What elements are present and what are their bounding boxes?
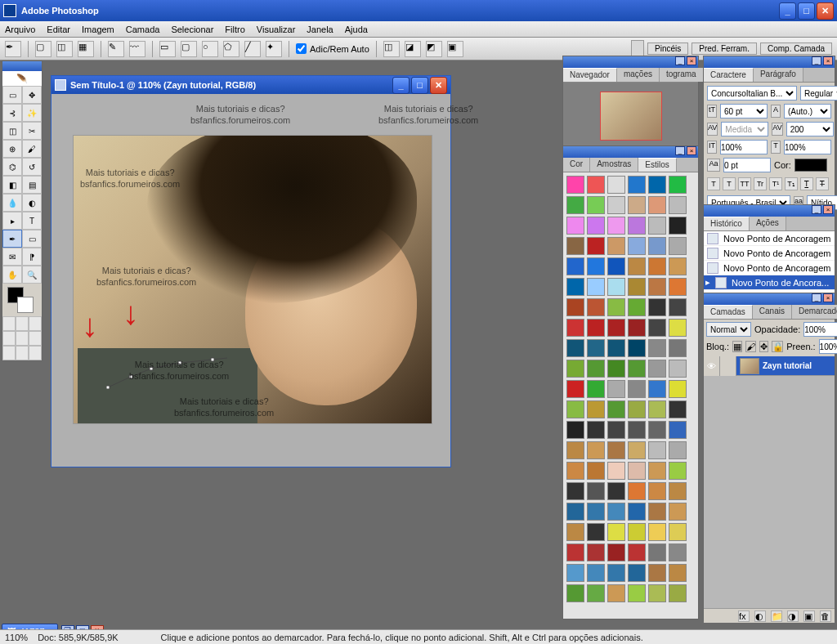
style-swatch[interactable] bbox=[648, 319, 666, 337]
style-swatch[interactable] bbox=[607, 441, 625, 459]
exclude-pathop-icon[interactable]: ▣ bbox=[447, 41, 463, 57]
leading-select[interactable]: (Auto.) bbox=[784, 104, 831, 119]
clone-stamp-tool[interactable]: ⌬ bbox=[2, 158, 22, 176]
style-swatch[interactable] bbox=[566, 503, 584, 521]
style-swatch[interactable] bbox=[648, 584, 666, 602]
style-swatch[interactable] bbox=[566, 217, 584, 235]
background-color[interactable] bbox=[17, 297, 34, 313]
style-swatch[interactable] bbox=[587, 298, 605, 316]
trash-icon[interactable]: 🗑 bbox=[820, 610, 831, 622]
style-swatch[interactable] bbox=[628, 196, 646, 214]
menu-camada[interactable]: Camada bbox=[126, 25, 160, 34]
lock-image-icon[interactable]: 🖌 bbox=[745, 341, 756, 352]
style-swatch[interactable] bbox=[669, 176, 687, 194]
screen-full-menu-icon[interactable] bbox=[16, 331, 29, 346]
fill-input[interactable] bbox=[819, 339, 837, 354]
style-swatch[interactable] bbox=[587, 176, 605, 194]
style-swatch[interactable] bbox=[566, 176, 584, 194]
tab-actions[interactable]: Ações bbox=[750, 217, 786, 230]
style-swatch[interactable] bbox=[628, 319, 646, 337]
style-swatch[interactable] bbox=[587, 380, 605, 398]
style-swatch[interactable] bbox=[587, 257, 605, 275]
history-brush-tool[interactable]: ↺ bbox=[22, 158, 42, 176]
pen-tool[interactable]: ✒ bbox=[2, 230, 22, 248]
new-set-icon[interactable]: 📁 bbox=[771, 610, 782, 622]
style-swatch[interactable] bbox=[628, 176, 646, 194]
subtract-pathop-icon[interactable]: ◪ bbox=[405, 41, 421, 57]
lock-all-icon[interactable]: 🔒 bbox=[772, 341, 783, 352]
close-button[interactable]: ✕ bbox=[817, 2, 834, 20]
style-swatch[interactable] bbox=[607, 564, 625, 582]
doc-minimize-button[interactable]: _ bbox=[392, 77, 410, 94]
style-swatch[interactable] bbox=[607, 503, 625, 521]
style-swatch[interactable] bbox=[566, 196, 584, 214]
tab-paths[interactable]: Demarcadores bbox=[792, 305, 837, 319]
style-swatch[interactable] bbox=[587, 441, 605, 459]
tab-history[interactable]: Histórico bbox=[704, 217, 750, 230]
font-style-select[interactable]: Regular bbox=[800, 86, 837, 101]
shape-tool[interactable]: ▭ bbox=[22, 230, 42, 248]
style-swatch[interactable] bbox=[587, 564, 605, 582]
style-swatch[interactable] bbox=[566, 237, 584, 255]
style-swatch[interactable] bbox=[587, 503, 605, 521]
style-swatch[interactable] bbox=[587, 278, 605, 296]
style-swatch[interactable] bbox=[566, 278, 584, 296]
style-swatch[interactable] bbox=[669, 421, 687, 439]
font-size-select[interactable]: 60 pt bbox=[720, 104, 768, 119]
style-swatch[interactable] bbox=[628, 257, 646, 275]
style-swatch[interactable] bbox=[648, 380, 666, 398]
style-swatch[interactable] bbox=[628, 564, 646, 582]
standard-mode-icon[interactable] bbox=[2, 316, 16, 331]
canvas[interactable]: Mais tutoriais e dicas?bsfanfics.forumei… bbox=[51, 94, 450, 467]
style-swatch[interactable] bbox=[669, 257, 687, 275]
blend-mode-select[interactable]: Normal bbox=[706, 322, 751, 337]
history-item[interactable]: Novo Ponto de Ancoragem bbox=[704, 231, 835, 246]
tab-styles[interactable]: Estilos bbox=[638, 158, 676, 172]
style-swatch[interactable] bbox=[648, 278, 666, 296]
opacity-input[interactable] bbox=[803, 322, 837, 337]
brush-tool[interactable]: 🖌 bbox=[22, 140, 42, 158]
palette-well-brushes[interactable]: Pincéis bbox=[647, 42, 688, 55]
lock-position-icon[interactable]: ✥ bbox=[759, 341, 768, 352]
blur-tool[interactable]: 💧 bbox=[2, 194, 22, 212]
style-swatch[interactable] bbox=[566, 462, 584, 480]
style-swatch[interactable] bbox=[669, 319, 687, 337]
line-icon[interactable]: ╱ bbox=[244, 41, 261, 57]
panel-close-icon[interactable]: × bbox=[823, 56, 833, 65]
style-swatch[interactable] bbox=[628, 482, 646, 500]
fill-pixels-icon[interactable]: ▦ bbox=[78, 41, 94, 57]
menu-selecionar[interactable]: Selecionar bbox=[171, 25, 213, 34]
font-family-select[interactable]: ConcursoItalian B... bbox=[707, 86, 797, 101]
gradient-tool[interactable]: ▤ bbox=[22, 176, 42, 194]
panel-close-icon[interactable]: × bbox=[823, 205, 833, 214]
layer-name[interactable]: Zayn tutorial bbox=[763, 361, 812, 370]
doc-close-button[interactable]: ✕ bbox=[430, 77, 447, 94]
type-tool[interactable]: T bbox=[22, 212, 42, 230]
quickmask-mode-icon[interactable] bbox=[16, 316, 29, 331]
tab-navigator[interactable]: Navegador bbox=[563, 68, 617, 82]
style-swatch[interactable] bbox=[648, 237, 666, 255]
history-item[interactable]: Novo Ponto de Ancoragem bbox=[704, 246, 835, 261]
hand-tool[interactable]: ✋ bbox=[2, 266, 22, 284]
style-swatch[interactable] bbox=[648, 217, 666, 235]
tracking-select[interactable]: 200 bbox=[786, 122, 834, 136]
style-swatch[interactable] bbox=[607, 217, 625, 235]
notes-tool[interactable]: ✉ bbox=[2, 248, 22, 266]
style-swatch[interactable] bbox=[607, 421, 625, 439]
magic-wand-tool[interactable]: ✨ bbox=[22, 104, 42, 122]
style-swatch[interactable] bbox=[628, 584, 646, 602]
add-pathop-icon[interactable]: ◫ bbox=[383, 41, 400, 57]
status-zoom[interactable]: 110% bbox=[5, 633, 28, 642]
toolbox-header[interactable] bbox=[2, 61, 42, 71]
style-swatch[interactable] bbox=[648, 503, 666, 521]
menu-editar[interactable]: Editar bbox=[47, 25, 70, 34]
auto-add-delete-checkbox[interactable]: Adic/Rem Auto bbox=[296, 43, 369, 54]
subscript-icon[interactable]: T₁ bbox=[785, 177, 798, 190]
style-swatch[interactable] bbox=[607, 339, 625, 357]
style-swatch[interactable] bbox=[566, 584, 584, 602]
custom-shape-icon[interactable]: ✦ bbox=[266, 41, 282, 57]
style-swatch[interactable] bbox=[607, 543, 625, 561]
style-swatch[interactable] bbox=[669, 543, 687, 561]
eyedropper-tool[interactable]: ⁋ bbox=[22, 248, 42, 266]
style-swatch[interactable] bbox=[587, 421, 605, 439]
